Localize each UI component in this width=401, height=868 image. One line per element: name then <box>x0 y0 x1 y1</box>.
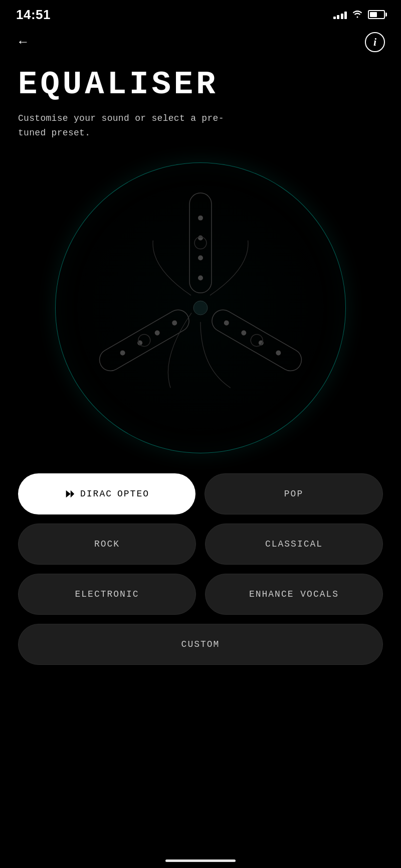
preset-classical-button[interactable]: CLASSICAL <box>205 524 383 565</box>
svg-rect-1 <box>208 306 306 375</box>
dirac-label: DIRAC OPTEO <box>64 488 149 499</box>
wifi-icon <box>352 9 363 21</box>
status-icons <box>333 9 385 21</box>
svg-marker-19 <box>66 490 71 498</box>
preset-enhance-vocals-label: ENHANCE VOCALS <box>249 589 339 599</box>
preset-row-4: CUSTOM <box>18 624 383 665</box>
svg-point-15 <box>171 319 178 326</box>
preset-electronic-label: ELECTRONIC <box>75 589 139 599</box>
preset-custom-button[interactable]: CUSTOM <box>18 624 383 665</box>
eq-wheel-svg <box>56 163 345 453</box>
preset-custom-label: CUSTOM <box>181 639 220 649</box>
preset-rock-button[interactable]: ROCK <box>18 524 196 565</box>
svg-point-3 <box>193 301 208 315</box>
svg-point-8 <box>275 350 282 357</box>
battery-icon <box>368 10 385 19</box>
preset-rock-label: ROCK <box>94 539 120 549</box>
info-button[interactable]: i <box>365 32 385 52</box>
svg-point-13 <box>136 339 143 346</box>
svg-point-6 <box>198 255 203 260</box>
eq-circle[interactable] <box>55 162 346 453</box>
info-icon: i <box>373 36 376 49</box>
back-arrow-icon: ← <box>19 35 27 50</box>
preset-row-1: DIRAC OPTEO POP <box>18 473 383 514</box>
preset-row-3: ELECTRONIC ENHANCE VOCALS <box>18 574 383 615</box>
preset-pop-button[interactable]: POP <box>205 473 383 514</box>
page-subtitle: Customise your sound or select a pre-tun… <box>18 111 383 140</box>
status-time: 14:51 <box>16 7 51 23</box>
back-button[interactable]: ← <box>16 33 30 52</box>
opteo-text: OPTEO <box>117 489 149 499</box>
preset-pop-label: POP <box>284 489 303 499</box>
svg-point-18 <box>136 332 152 349</box>
page-header: EQUALISER Customise your sound or select… <box>0 62 401 152</box>
status-bar: 14:51 <box>0 0 401 27</box>
svg-point-12 <box>119 350 126 357</box>
eq-wheel-container[interactable] <box>0 152 401 473</box>
svg-point-5 <box>198 235 203 240</box>
svg-marker-20 <box>71 490 74 498</box>
preset-row-2: ROCK CLASSICAL <box>18 524 383 565</box>
svg-point-11 <box>223 319 230 326</box>
preset-dirac-button[interactable]: DIRAC OPTEO <box>18 473 195 514</box>
home-indicator <box>165 859 236 862</box>
page-title: EQUALISER <box>18 67 383 102</box>
svg-point-17 <box>249 332 265 349</box>
svg-point-9 <box>258 339 265 346</box>
presets-container: DIRAC OPTEO POP ROCK CLASSICAL ELECTRONI… <box>0 473 401 685</box>
svg-point-10 <box>240 329 247 336</box>
dirac-logo-icon <box>64 488 75 499</box>
dirac-text: DIRAC <box>80 489 112 499</box>
preset-classical-label: CLASSICAL <box>265 539 323 549</box>
preset-electronic-button[interactable]: ELECTRONIC <box>18 574 196 615</box>
svg-point-14 <box>154 329 161 336</box>
svg-rect-2 <box>96 306 193 375</box>
preset-enhance-vocals-button[interactable]: ENHANCE VOCALS <box>205 574 383 615</box>
top-navigation: ← i <box>0 27 401 62</box>
signal-icon <box>333 10 347 19</box>
svg-point-7 <box>198 275 203 280</box>
svg-point-4 <box>198 216 203 221</box>
